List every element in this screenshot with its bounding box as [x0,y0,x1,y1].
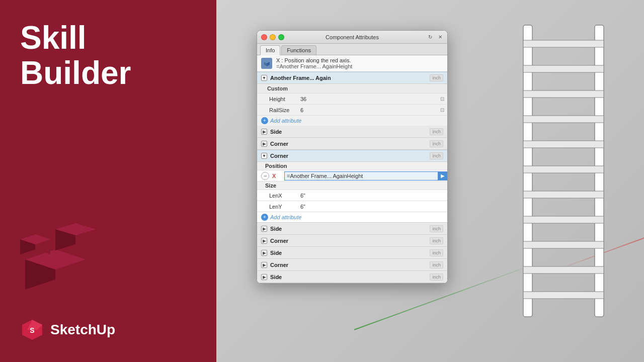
toggle-another-frame[interactable]: ▼ [261,75,267,81]
custom-sub-header: Custom [257,84,447,94]
section-unit-corner3: inch [430,237,443,244]
tabs-bar: Info Functions [257,44,447,55]
svg-rect-24 [523,292,604,299]
toggle-corner2[interactable]: ▼ [261,153,267,159]
railsize-icon[interactable]: ⊡ [437,107,447,113]
toggle-side2[interactable]: ▶ [261,226,267,232]
x-minus-button[interactable]: − [261,172,269,180]
leny-value: 6" [297,203,447,211]
x-label: X [269,172,284,180]
section-title-corner2: Corner [270,153,430,159]
tab-info[interactable]: Info [260,45,280,55]
info-formula: =Another Frame... AgainHeight [276,63,352,69]
section-side2[interactable]: ▶ Side inch [257,223,447,235]
height-icon[interactable]: ⊡ [437,96,447,102]
minimize-button[interactable] [270,34,276,40]
section-unit-side3: inch [430,249,443,256]
height-row: Height 36 ⊡ [257,94,447,105]
svg-rect-17 [523,116,604,123]
tab-functions[interactable]: Functions [281,45,316,55]
svg-rect-15 [523,65,604,72]
section-corner1[interactable]: ▶ Corner inch [257,138,447,150]
window-title: Component Attributes [326,34,379,40]
section-unit-corner1: inch [430,140,443,147]
svg-rect-19 [523,166,604,173]
another-frame-content: Custom Height 36 ⊡ RailSize 6 ⊡ + Add at… [257,84,447,126]
close-button[interactable] [261,34,267,40]
svg-text:S: S [30,326,34,334]
component-attributes-window: Component Attributes ↻ ✕ Info Functions … [257,30,448,284]
lenx-row: LenX 6" [257,190,447,201]
add-attr-label2: Add attribute [270,214,301,220]
railsize-row: RailSize 6 ⊡ [257,105,447,116]
railsize-value: 6 [297,106,437,114]
section-title-corner3: Corner [270,238,430,244]
component-cube-icon [261,58,272,69]
section-unit-side4: inch [430,274,443,281]
lenx-label: LenX [257,192,297,200]
x-row: − X ▶ [257,170,447,182]
sketchup-logo: S SketchUp [20,318,196,342]
sketchup-icon: S [20,318,44,342]
viewport: Component Attributes ↻ ✕ Info Functions … [216,0,644,362]
left-panel: Skill Builder S SketchUp [0,0,216,362]
lenx-value: 6" [297,192,447,200]
section-title-side3: Side [270,250,430,256]
close-icon[interactable]: ✕ [436,33,444,41]
section-title-corner4: Corner [270,262,430,268]
title-bar: Component Attributes ↻ ✕ [257,31,447,44]
svg-rect-23 [523,266,604,274]
x-arrow-button[interactable]: ▶ [438,171,447,180]
skill-builder-title: Skill Builder [20,20,196,91]
add-attr-icon: + [261,117,268,124]
svg-rect-18 [523,141,604,148]
section-corner3[interactable]: ▶ Corner inch [257,235,447,247]
position-group-header: Position [257,162,447,170]
add-attr-corner2[interactable]: + Add attribute [257,212,447,222]
section-unit-corner4: inch [430,261,443,268]
height-value: 36 [297,95,437,103]
section-side1[interactable]: ▶ Side inch [257,126,447,138]
sketchup-text: SketchUp [50,322,115,338]
window-buttons [261,34,284,40]
section-unit-another-frame: inch [430,74,443,81]
section-unit-corner2: inch [430,152,443,159]
section-unit-side2: inch [430,225,443,232]
toggle-side3[interactable]: ▶ [261,250,267,256]
x-input[interactable] [284,171,438,180]
section-side4[interactable]: ▶ Side inch [257,271,447,283]
toggle-corner3[interactable]: ▶ [261,238,267,244]
toggle-corner4[interactable]: ▶ [261,262,267,268]
refresh-icon[interactable]: ↻ [426,33,434,41]
section-title-another-frame: Another Frame... Again [270,75,430,81]
info-label: X : Position along the red axis. [276,57,352,63]
section-side3[interactable]: ▶ Side inch [257,247,447,259]
toggle-side4[interactable]: ▶ [261,274,267,280]
svg-rect-22 [523,241,604,248]
toggle-side1[interactable]: ▶ [261,129,267,135]
corner2-content: Position − X ▶ Size LenX 6" LenY 6" [257,162,447,223]
railsize-label: RailSize [257,106,297,114]
add-attr-icon2: + [261,214,268,221]
ladder [513,20,614,334]
section-title-corner1: Corner [270,141,430,147]
svg-rect-14 [523,40,604,47]
section-another-frame[interactable]: ▼ Another Frame... Again inch [257,72,447,84]
svg-rect-20 [523,191,604,198]
svg-rect-16 [523,90,604,98]
section-title-side1: Side [270,129,430,135]
toggle-corner1[interactable]: ▶ [261,141,267,147]
leny-label: LenY [257,203,297,211]
maximize-button[interactable] [278,34,284,40]
boxes-decoration [15,199,116,302]
height-label: Height [257,95,297,103]
section-title-side4: Side [270,274,430,280]
add-attr-another-frame[interactable]: + Add attribute [257,116,447,126]
svg-rect-21 [523,216,604,223]
add-attr-label: Add attribute [270,118,301,124]
section-corner2[interactable]: ▼ Corner inch [257,150,447,162]
section-unit-side1: inch [430,128,443,135]
section-corner4[interactable]: ▶ Corner inch [257,259,447,271]
info-bar: X : Position along the red axis. =Anothe… [257,55,447,72]
info-text: X : Position along the red axis. =Anothe… [276,57,352,69]
